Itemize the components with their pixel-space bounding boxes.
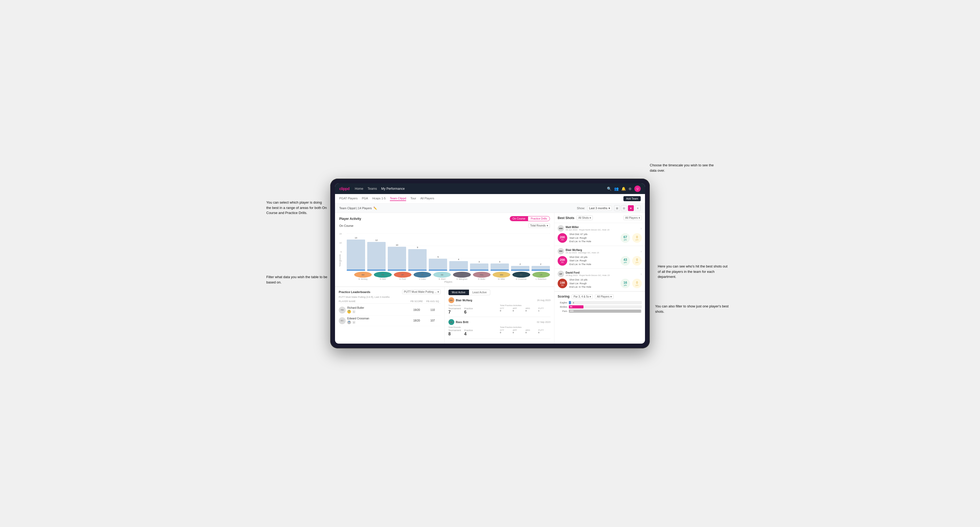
player-avatar-ecrossman[interactable]: EC: [512, 272, 530, 278]
pac-app-label-1: APP: [513, 307, 525, 310]
tab-hcaps[interactable]: Hcaps 1-5: [372, 197, 386, 201]
shot-avatar-3: DF: [558, 271, 564, 277]
shot-player-meta-1: 09 Jun 2023 · Royal North Devon GC, Hole…: [566, 229, 609, 231]
bar-highlight-lrobertson: [531, 270, 550, 271]
lb-score-2: 18/20: [409, 319, 425, 322]
bar-highlight-eebert: [429, 270, 447, 271]
edit-team-icon[interactable]: ✏️: [373, 206, 377, 210]
best-shots-filter-shots[interactable]: All Shots ▾: [577, 216, 593, 220]
tab-all-players[interactable]: All Players: [420, 197, 434, 201]
tab-pga[interactable]: PGA: [362, 197, 368, 201]
lb-avatar-1: RB: [339, 306, 346, 314]
search-icon[interactable]: 🔍: [607, 187, 611, 191]
chevron-down-icon-2: ▾: [547, 224, 548, 227]
shot-card-bmcharg[interactable]: BM Blair McHarg 23 Jul 2023 · Ashridge G…: [554, 246, 645, 269]
shot-badge-2: 200 SG: [558, 256, 567, 266]
toggle-practice-drills[interactable]: Practice Drills: [528, 216, 550, 221]
bar-value-lrobertson: 2: [540, 263, 541, 265]
tab-least-active[interactable]: Least Active: [469, 290, 490, 295]
pac-putt-label-2: PUTT: [538, 329, 550, 332]
tab-tour[interactable]: Tour: [410, 197, 416, 201]
chevron-down-icon-3: ▾: [438, 290, 439, 293]
player-avatar-bmcharg[interactable]: BM: [354, 272, 372, 278]
team-header: Team Clippd | 14 Players ✏️ Show: Last 3…: [335, 204, 645, 213]
player-avatar-lrobertson[interactable]: LR: [532, 272, 550, 278]
scoring-val-eagles: 3: [573, 301, 574, 304]
pac-avatar-2: RB: [449, 319, 454, 325]
view-grid4-button[interactable]: ⊞: [614, 205, 620, 211]
view-heart-button[interactable]: ♥: [628, 205, 634, 211]
shot-details-1: 200 SG Shot Dist: 67 yds Start Lie: Roug…: [558, 233, 642, 243]
x-axis-title: Players: [347, 281, 550, 283]
shot-details-3: 198 SG Shot Dist: 16 yds Start Lie: Roug…: [558, 278, 642, 289]
scoring-val-birdies: 96: [570, 306, 572, 308]
scoring-filter-players[interactable]: All Players ▾: [595, 294, 613, 299]
y-axis: 15 10 5 0: [339, 229, 342, 265]
bar-group-dford: 10: [388, 244, 406, 271]
pac-practice-activities-1: GTT 0 APP 0: [500, 307, 550, 312]
leaderboard-filter[interactable]: PUTT Must Make Putting ... ▾: [402, 290, 441, 294]
shot-dist-val-3: 16: [624, 281, 627, 284]
bar-group-lrobertson: 2: [531, 263, 550, 271]
best-shots-filter-players[interactable]: All Players ▾: [624, 216, 642, 220]
tab-most-active[interactable]: Most Active: [449, 290, 469, 295]
annotation-right-bottom: You can also filter to show just one pla…: [655, 304, 732, 314]
chart-filter-select[interactable]: Total Rounds ▾: [528, 223, 550, 228]
bs-filter-players-label: All Players: [625, 216, 638, 219]
view-list-button[interactable]: ≡: [635, 205, 641, 211]
player-avatar-eebert[interactable]: EE: [433, 272, 451, 278]
shot-card-dford[interactable]: DF David Ford 24 Aug 2023 · Royal North …: [554, 268, 645, 291]
plus-icon[interactable]: ⊕: [628, 187, 632, 191]
nav-link-home[interactable]: Home: [355, 187, 363, 190]
player-activity-section: Player Activity On Course Practice Drill…: [335, 213, 554, 287]
pac-arg-col-1: ARG 0: [525, 307, 538, 312]
pac-avatar-1: BM: [449, 297, 454, 303]
leaderboard-title: Practice Leaderboards: [339, 290, 371, 294]
shot-zero-badge-1: 0 yds: [632, 233, 642, 243]
lb-rank-position-2: 2: [352, 321, 356, 324]
timescale-select[interactable]: Last 3 months ▾: [587, 206, 612, 211]
bar-bmcharg: [347, 240, 365, 271]
add-team-button[interactable]: Add Team: [624, 196, 641, 201]
bar-group-ecrossman: 2: [511, 263, 530, 271]
shot-card-mmiller[interactable]: MM Matt Miller 09 Jun 2023 · Royal North…: [554, 223, 645, 246]
activity-card-bmcharg: BM Blair McHarg 26 Aug 2023 Total Rounds: [449, 297, 551, 317]
scoring-filter-par[interactable]: Par 3, 4 & 5s ▾: [572, 294, 593, 299]
user-avatar[interactable]: U: [634, 186, 641, 192]
shot-badge-3: 198 SG: [558, 279, 567, 288]
pac-stats-2: Total Rounds Tournament 8 Practice: [449, 326, 551, 337]
users-icon[interactable]: 👥: [614, 187, 619, 191]
tab-pgat-players[interactable]: PGAT Players: [339, 197, 358, 201]
player-avatar-mmiller[interactable]: MM: [493, 272, 510, 278]
bar-group-bmcharg: 13: [347, 237, 365, 271]
annotation-left-bottom: Filter what data you wish the table to b…: [266, 275, 328, 285]
view-grid2-button[interactable]: ⊟: [621, 205, 627, 211]
lb-rank-badge-1: 🥇: [347, 310, 351, 314]
main-content: Player Activity On Course Practice Drill…: [335, 213, 645, 344]
right-panel: Best Shots All Shots ▾ All Players ▾: [554, 213, 645, 344]
pac-practice-label-1: Practice: [464, 307, 473, 310]
bell-icon[interactable]: 🔔: [621, 187, 626, 191]
pac-stats-1: Total Rounds Tournament 7 Practice: [449, 304, 551, 314]
chart-sub-header: On Course Total Rounds ▾: [339, 223, 550, 228]
shot-avatar-2: BM: [558, 248, 564, 254]
leaderboard-header: Practice Leaderboards PUTT Must Make Put…: [339, 290, 441, 294]
leaderboard-panel: Practice Leaderboards PUTT Must Make Put…: [335, 287, 445, 344]
bar-value-mmiller: 3: [499, 260, 500, 263]
annotation-left-top: You can select which player is doing the…: [266, 200, 328, 216]
nav-link-teams[interactable]: Teams: [368, 187, 377, 190]
toggle-on-course[interactable]: On Course: [510, 216, 528, 221]
scoring-row-birdies: Birdies 96: [558, 305, 642, 308]
player-activity-title: Player Activity: [339, 217, 361, 221]
player-avatar-gbillingham[interactable]: GB: [453, 272, 471, 278]
player-avatar-rbritt[interactable]: RB: [374, 272, 391, 278]
bar-value-rbutler: 3: [479, 260, 480, 263]
team-header-left: Team Clippd | 14 Players ✏️: [339, 206, 377, 210]
tab-team-clippd[interactable]: Team Clippd: [390, 197, 406, 201]
nav-link-myperformance[interactable]: My Performance: [381, 187, 405, 190]
most-active-tabs: Most Active Least Active: [449, 290, 551, 295]
player-avatar-rbutler[interactable]: RBu: [473, 272, 490, 278]
chart-filter-label: Total Rounds: [530, 224, 546, 227]
player-avatar-jcoles[interactable]: JC: [414, 272, 431, 278]
player-avatar-dford[interactable]: DF: [394, 272, 412, 278]
